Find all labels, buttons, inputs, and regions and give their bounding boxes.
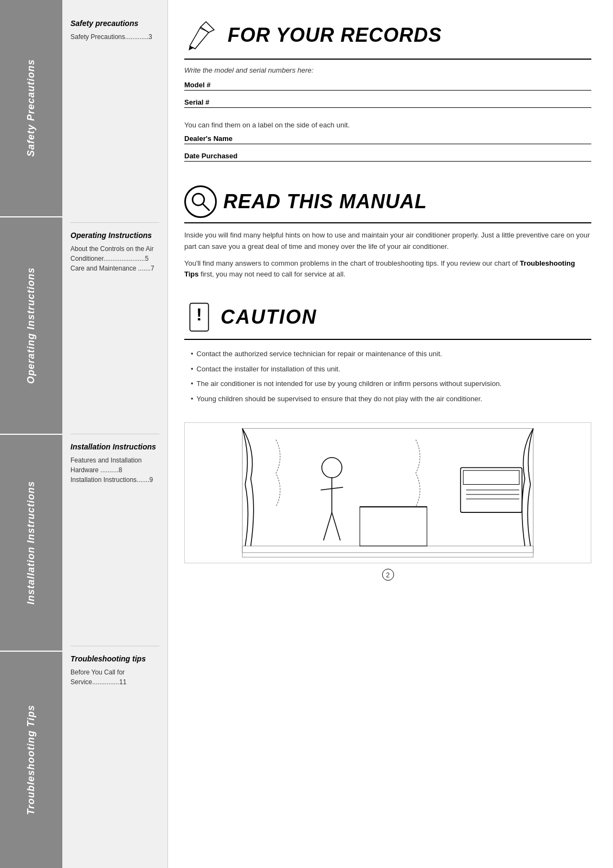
toc-safety-entry-0: Safety Precautions.............3 bbox=[70, 32, 159, 42]
records-section: FOR YOUR RECORDS Write the model and ser… bbox=[184, 16, 591, 169]
sidebar: Safety Precautions Operating Instruction… bbox=[0, 0, 62, 868]
exclamation-icon: ! bbox=[184, 299, 214, 335]
magnifier-icon bbox=[184, 185, 217, 218]
toc-installation-entry-0: Features and Installation Hardware .....… bbox=[70, 455, 159, 475]
sidebar-item-safety: Safety Precautions bbox=[0, 0, 62, 217]
manual-para2: You'll find many answers to common probl… bbox=[184, 258, 591, 281]
caution-item-3: Young children should be supervised to e… bbox=[184, 391, 591, 407]
records-model-label: Model # bbox=[184, 81, 591, 91]
sidebar-label-troubleshooting: Troubleshooting Tips bbox=[25, 705, 37, 815]
svg-rect-5 bbox=[242, 429, 533, 557]
manual-title: READ THIS MANUAL bbox=[223, 190, 427, 213]
manual-header: READ THIS MANUAL bbox=[184, 185, 591, 223]
caution-section: ! CAUTION Contact the authorized service… bbox=[184, 299, 591, 406]
svg-line-16 bbox=[332, 512, 340, 541]
sidebar-item-installation: Installation Instructions bbox=[0, 435, 62, 652]
caution-item-2: The air conditioner is not intended for … bbox=[184, 376, 591, 391]
toc-operating: Operating Instructions About the Control… bbox=[70, 223, 159, 435]
toc-installation-entry-1: Installation Instructions.......9 bbox=[70, 475, 159, 485]
svg-rect-8 bbox=[463, 471, 519, 485]
sidebar-label-installation: Installation Instructions bbox=[25, 481, 37, 605]
sidebar-label-operating: Operating Instructions bbox=[25, 267, 37, 384]
page-number: 2 bbox=[382, 569, 394, 581]
manual-body: Inside you will find many helpful hints … bbox=[184, 230, 591, 280]
toc-troubleshooting-title: Troubleshooting tips bbox=[70, 654, 159, 663]
records-date-label: Date Purchased bbox=[184, 152, 591, 162]
toc-safety: Safety precautions Safety Precautions...… bbox=[70, 11, 159, 223]
sidebar-label-safety: Safety Precautions bbox=[25, 59, 37, 157]
sidebar-item-operating: Operating Instructions bbox=[0, 217, 62, 435]
svg-rect-6 bbox=[242, 546, 533, 552]
svg-point-12 bbox=[322, 458, 342, 478]
svg-line-2 bbox=[203, 204, 209, 210]
toc-troubleshooting-entry-0: Before You Call for Service.............… bbox=[70, 667, 159, 687]
page-number-area: 2 bbox=[184, 569, 591, 581]
toc-troubleshooting: Troubleshooting tips Before You Call for… bbox=[70, 646, 159, 858]
toc-installation-title: Installation Instructions bbox=[70, 442, 159, 451]
manual-section: READ THIS MANUAL Inside you will find ma… bbox=[184, 185, 591, 286]
svg-rect-17 bbox=[360, 507, 427, 546]
pen-icon bbox=[184, 16, 222, 54]
toc-panel: Safety precautions Safety Precautions...… bbox=[62, 0, 168, 868]
records-subtitle: Write the model and serial numbers here: bbox=[184, 66, 591, 74]
sidebar-item-troubleshooting: Troubleshooting Tips bbox=[0, 652, 62, 868]
caution-list: Contact the authorized service technicia… bbox=[184, 346, 591, 406]
svg-line-15 bbox=[324, 512, 332, 541]
manual-para2-suffix: first, you may not need to call for serv… bbox=[199, 270, 346, 278]
svg-text:!: ! bbox=[196, 305, 202, 324]
main-content: FOR YOUR RECORDS Write the model and ser… bbox=[168, 0, 613, 868]
page-wrapper: Safety Precautions Operating Instruction… bbox=[0, 0, 613, 868]
records-serial-label: Serial # bbox=[184, 98, 591, 108]
toc-operating-title: Operating Instructions bbox=[70, 231, 159, 240]
records-dealer-field: Dealer's Name bbox=[184, 134, 591, 149]
records-header: FOR YOUR RECORDS bbox=[184, 16, 591, 60]
caution-header: ! CAUTION bbox=[184, 299, 591, 340]
manual-para2-prefix: You'll find many answers to common probl… bbox=[184, 259, 520, 267]
records-dealer-label: Dealer's Name bbox=[184, 134, 591, 144]
records-serial-field: Serial # bbox=[184, 98, 591, 112]
records-date-field: Date Purchased bbox=[184, 152, 591, 166]
records-title: FOR YOUR RECORDS bbox=[228, 24, 442, 47]
toc-installation: Installation Instructions Features and I… bbox=[70, 434, 159, 646]
manual-para1: Inside you will find many helpful hints … bbox=[184, 230, 591, 253]
air-conditioner-illustration bbox=[184, 422, 591, 563]
caution-body: Contact the authorized service technicia… bbox=[184, 346, 591, 406]
caution-item-1: Contact the installer for installation o… bbox=[184, 362, 591, 377]
records-model-field: Model # bbox=[184, 81, 591, 95]
toc-operating-entry-1: Care and Maintenance .......7 bbox=[70, 263, 159, 273]
toc-operating-entry-0: About the Controls on the Air Conditione… bbox=[70, 244, 159, 263]
records-note: You can find them on a label on the side… bbox=[184, 121, 591, 129]
caution-title: CAUTION bbox=[221, 306, 317, 329]
caution-item-0: Contact the authorized service technicia… bbox=[184, 346, 591, 362]
toc-safety-title: Safety precautions bbox=[70, 19, 159, 28]
